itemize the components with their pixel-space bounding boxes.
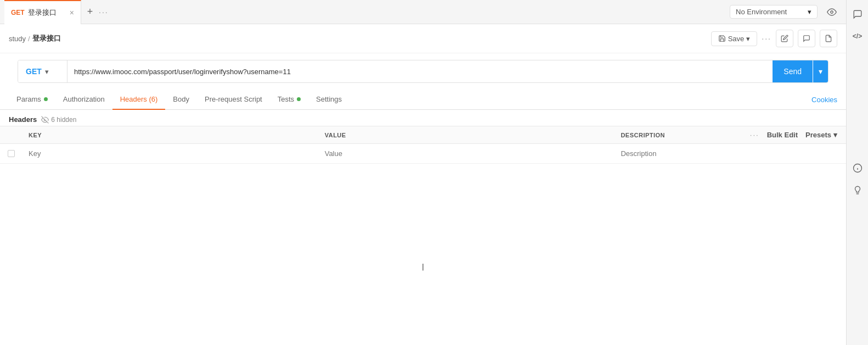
environment-selector[interactable]: No Environment ▾ bbox=[730, 5, 818, 19]
hidden-label: 6 hidden bbox=[51, 116, 76, 124]
tab-name: 登录接口 bbox=[28, 8, 57, 18]
comment-icon-button[interactable] bbox=[798, 30, 815, 47]
save-dropdown-icon[interactable]: ▾ bbox=[746, 35, 750, 43]
bulk-edit-button[interactable]: Bulk Edit bbox=[767, 131, 798, 139]
method-selector[interactable]: GET ▾ bbox=[18, 60, 67, 82]
request-tab[interactable]: GET 登录接口 × bbox=[4, 0, 81, 24]
row-checkbox[interactable] bbox=[0, 144, 22, 163]
table-row bbox=[0, 144, 846, 164]
hidden-count: 6 hidden bbox=[41, 116, 76, 124]
tab-settings[interactable]: Settings bbox=[308, 90, 350, 110]
key-input[interactable] bbox=[29, 149, 312, 158]
save-button[interactable]: Save ▾ bbox=[711, 31, 758, 46]
th-key: KEY bbox=[22, 132, 318, 138]
tab-close-icon[interactable]: × bbox=[70, 8, 74, 17]
send-button[interactable]: Send bbox=[773, 60, 813, 82]
toolbar-more-icon[interactable]: ··· bbox=[762, 34, 771, 43]
method-label: GET bbox=[26, 67, 42, 76]
tab-more-icon[interactable]: ··· bbox=[99, 8, 109, 16]
url-bar: GET ▾ Send ▾ bbox=[18, 60, 828, 83]
doc-icon-button[interactable] bbox=[820, 30, 837, 47]
table-header-row: KEY VALUE DESCRIPTION ··· Bulk Edit Pres… bbox=[0, 126, 846, 144]
breadcrumb-separator: / bbox=[28, 35, 30, 43]
method-dropdown-icon: ▾ bbox=[45, 68, 49, 76]
info-sidebar-icon[interactable] bbox=[848, 158, 867, 178]
description-input[interactable] bbox=[621, 149, 839, 158]
request-toolbar: Save ▾ ··· bbox=[711, 30, 837, 47]
headers-row: Headers 6 hidden bbox=[9, 115, 837, 124]
cookies-link[interactable]: Cookies bbox=[811, 96, 837, 104]
headers-title: Headers bbox=[9, 115, 37, 124]
cursor-indicator: | bbox=[421, 263, 425, 271]
params-dot bbox=[44, 97, 48, 101]
save-label: Save bbox=[728, 35, 745, 43]
send-label: Send bbox=[784, 67, 802, 76]
new-tab-button[interactable]: + bbox=[81, 0, 99, 24]
tab-prerequest[interactable]: Pre-request Script bbox=[197, 90, 270, 110]
table-actions: ··· Bulk Edit Presets ▾ bbox=[750, 131, 846, 139]
url-bar-wrapper: GET ▾ Send ▾ bbox=[0, 60, 846, 83]
key-cell[interactable] bbox=[22, 144, 318, 163]
presets-dropdown-icon: ▾ bbox=[833, 131, 837, 139]
empty-body: | bbox=[0, 164, 846, 345]
env-label: No Environment bbox=[736, 8, 787, 16]
main-content: GET 登录接口 × + ··· No Environment ▾ study … bbox=[0, 0, 846, 345]
table-container: KEY VALUE DESCRIPTION ··· Bulk Edit Pres… bbox=[0, 126, 846, 345]
request-header: study / 登录接口 Save ▾ ··· bbox=[0, 24, 846, 53]
tests-dot bbox=[297, 97, 301, 101]
tab-tests[interactable]: Tests bbox=[270, 90, 308, 110]
edit-icon-button[interactable] bbox=[776, 30, 793, 47]
breadcrumb-current: 登录接口 bbox=[32, 34, 61, 43]
tab-headers[interactable]: Headers (6) bbox=[112, 90, 166, 110]
value-input[interactable] bbox=[325, 149, 608, 158]
tab-body[interactable]: Body bbox=[165, 90, 197, 110]
headers-section: Headers 6 hidden bbox=[0, 110, 846, 126]
value-cell[interactable] bbox=[318, 144, 615, 163]
th-value: VALUE bbox=[318, 132, 615, 138]
right-sidebar: </> bbox=[846, 0, 868, 345]
th-description: DESCRIPTION bbox=[614, 132, 749, 138]
table-more-icon[interactable]: ··· bbox=[750, 131, 759, 139]
comment-sidebar-icon[interactable] bbox=[848, 4, 867, 24]
breadcrumb-parent[interactable]: study bbox=[9, 35, 26, 43]
svg-point-3 bbox=[831, 10, 833, 13]
lightbulb-sidebar-icon[interactable] bbox=[848, 180, 867, 200]
eye-icon[interactable] bbox=[822, 2, 842, 22]
env-dropdown-icon: ▾ bbox=[808, 8, 811, 16]
checkbox[interactable] bbox=[8, 150, 15, 157]
tab-method: GET bbox=[11, 9, 25, 16]
url-input[interactable] bbox=[67, 60, 773, 82]
presets-button[interactable]: Presets ▾ bbox=[805, 131, 837, 139]
tab-bar-right: No Environment ▾ bbox=[730, 2, 842, 22]
description-cell[interactable] bbox=[614, 144, 846, 163]
send-dropdown-button[interactable]: ▾ bbox=[813, 60, 828, 82]
tab-params[interactable]: Params bbox=[9, 90, 55, 110]
request-tabs: Params Authorization Headers (6) Body Pr… bbox=[0, 90, 846, 110]
code-sidebar-icon[interactable]: </> bbox=[848, 26, 867, 46]
tab-bar: GET 登录接口 × + ··· No Environment ▾ bbox=[0, 0, 846, 24]
breadcrumb: study / 登录接口 bbox=[9, 34, 711, 43]
tab-authorization[interactable]: Authorization bbox=[55, 90, 112, 110]
